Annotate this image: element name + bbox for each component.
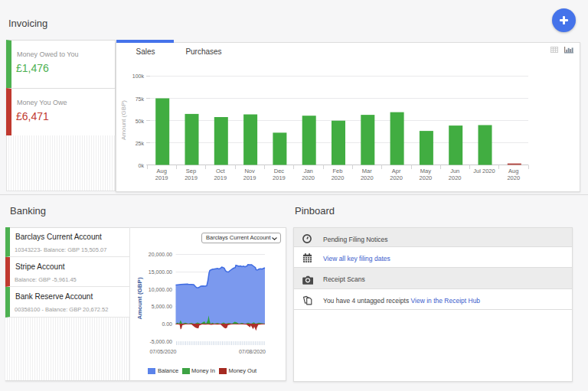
svg-text:0k: 0k (139, 163, 145, 168)
svg-text:2020: 2020 (390, 174, 403, 181)
svg-text:2019: 2019 (214, 174, 227, 181)
svg-text:Amount (GBP): Amount (GBP) (136, 277, 143, 319)
svg-text:2019: 2019 (155, 174, 168, 181)
svg-text:2019: 2019 (243, 174, 256, 181)
svg-text:2019: 2019 (273, 174, 286, 181)
svg-text:25k: 25k (136, 141, 145, 146)
svg-text:Jul 2020: Jul 2020 (473, 168, 495, 174)
svg-text:2020: 2020 (332, 174, 345, 181)
svg-text:07/08/2020: 07/08/2020 (239, 349, 266, 354)
svg-text:2020: 2020 (507, 174, 520, 181)
svg-text:0.00: 0.00 (162, 321, 172, 327)
svg-text:2020: 2020 (449, 174, 462, 181)
svg-text:-5,000.00: -5,000.00 (149, 339, 172, 344)
svg-text:5,000.00: 5,000.00 (152, 304, 172, 309)
svg-text:Amount (GBP): Amount (GBP) (120, 100, 127, 140)
svg-text:2019: 2019 (185, 174, 198, 181)
svg-text:75k: 75k (136, 96, 145, 102)
svg-text:15,000.00: 15,000.00 (149, 269, 172, 275)
svg-text:10,000.00: 10,000.00 (149, 287, 172, 292)
svg-text:2020: 2020 (361, 174, 374, 181)
svg-text:100k: 100k (132, 73, 145, 79)
svg-text:07/05/2020: 07/05/2020 (149, 349, 176, 354)
svg-text:2020: 2020 (302, 174, 315, 181)
svg-text:50k: 50k (136, 119, 145, 124)
svg-text:2020: 2020 (420, 174, 433, 181)
svg-text:20,000.00: 20,000.00 (149, 252, 172, 257)
